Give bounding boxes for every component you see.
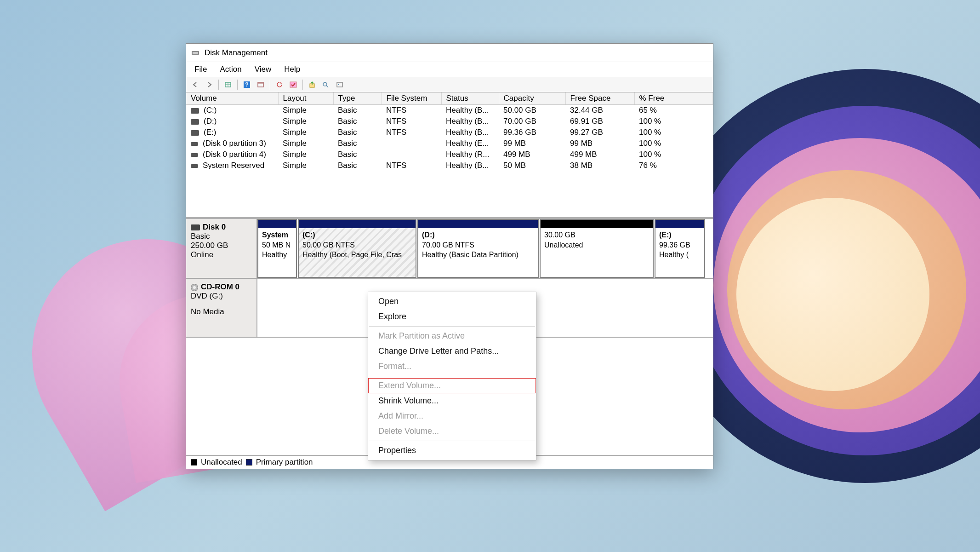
- partition-c[interactable]: (C:)50.00 GB NTFSHealthy (Boot, Page Fil…: [298, 219, 416, 278]
- check-icon[interactable]: [287, 79, 300, 91]
- svg-rect-1: [193, 52, 198, 54]
- partition-system[interactable]: System50 MB NHealthy: [257, 219, 297, 278]
- menu-delete-volume-: Delete Volume...: [368, 424, 536, 439]
- menu-view[interactable]: View: [249, 63, 277, 75]
- volume-icon: [191, 142, 198, 146]
- back-button[interactable]: [189, 79, 202, 91]
- col-volume[interactable]: Volume: [186, 92, 278, 105]
- refresh-icon[interactable]: [273, 79, 286, 91]
- volume-icon: [191, 153, 198, 157]
- disk0-type: Basic: [191, 232, 252, 241]
- calendar-icon[interactable]: [254, 79, 267, 91]
- legend-primary: Primary partition: [256, 458, 313, 467]
- svg-rect-14: [338, 84, 339, 85]
- col-freespace[interactable]: Free Space: [565, 92, 634, 105]
- col-type[interactable]: Type: [333, 92, 382, 105]
- app-icon: [191, 48, 200, 58]
- col-layout[interactable]: Layout: [278, 92, 333, 105]
- titlebar[interactable]: Disk Management: [186, 44, 713, 62]
- cdrom-icon: [191, 284, 198, 291]
- col-status[interactable]: Status: [441, 92, 499, 105]
- menu-file[interactable]: File: [189, 63, 212, 75]
- disk0-info[interactable]: Disk 0 Basic 250.00 GB Online: [186, 219, 257, 278]
- cdrom-state: No Media: [191, 307, 252, 316]
- disk0-size: 250.00 GB: [191, 241, 252, 250]
- svg-rect-7: [258, 82, 263, 87]
- export-icon[interactable]: [306, 79, 319, 91]
- legend-swatch-primary: [246, 459, 252, 466]
- settings-icon[interactable]: [333, 79, 346, 91]
- partition-d[interactable]: (D:)70.00 GB NTFSHealthy (Basic Data Par…: [417, 219, 539, 278]
- col-capacity[interactable]: Capacity: [499, 92, 565, 105]
- menubar: File Action View Help: [186, 62, 713, 77]
- table-row[interactable]: (Disk 0 partition 3)SimpleBasicHealthy (…: [186, 138, 713, 149]
- column-headers[interactable]: Volume Layout Type File System Status Ca…: [186, 92, 713, 105]
- disk-row-disk0[interactable]: Disk 0 Basic 250.00 GB Online System50 M…: [186, 219, 713, 279]
- legend-unallocated: Unallocated: [201, 458, 242, 467]
- svg-text:?: ?: [245, 81, 248, 88]
- menu-add-mirror-: Add Mirror...: [368, 408, 536, 424]
- menu-action[interactable]: Action: [214, 63, 247, 75]
- cdrom-info[interactable]: CD-ROM 0 DVD (G:) No Media: [186, 279, 257, 337]
- grid-icon[interactable]: [222, 79, 234, 91]
- menu-mark-partition-as-active: Mark Partition as Active: [368, 328, 536, 344]
- svg-rect-9: [290, 82, 296, 87]
- legend-swatch-unallocated: [191, 459, 197, 466]
- table-row[interactable]: (D:)SimpleBasicNTFSHealthy (B...70.00 GB…: [186, 116, 713, 127]
- cdrom-sub: DVD (G:): [191, 292, 252, 301]
- partition-e[interactable]: (E:)99.36 GBHealthy (: [655, 219, 705, 278]
- disk0-label: Disk 0: [203, 223, 226, 231]
- disk-icon: [191, 224, 200, 230]
- window-title: Disk Management: [205, 48, 268, 58]
- menu-shrink-volume-[interactable]: Shrink Volume...: [368, 393, 536, 408]
- menu-format-: Format...: [368, 359, 536, 374]
- col-filesystem[interactable]: File System: [382, 92, 441, 105]
- partition-unallocated[interactable]: 30.00 GBUnallocated: [540, 219, 654, 278]
- context-menu[interactable]: OpenExploreMark Partition as ActiveChang…: [368, 292, 536, 460]
- disk0-partitions: System50 MB NHealthy(C:)50.00 GB NTFSHea…: [257, 219, 713, 278]
- menu-change-drive-letter-and-paths-[interactable]: Change Drive Letter and Paths...: [368, 344, 536, 359]
- col-pctfree[interactable]: % Free: [634, 92, 713, 105]
- cdrom-label: CD-ROM 0: [201, 282, 239, 291]
- forward-button[interactable]: [203, 79, 216, 91]
- search-icon[interactable]: [319, 79, 332, 91]
- menu-properties[interactable]: Properties: [368, 443, 536, 458]
- menu-extend-volume-: Extend Volume...: [368, 378, 536, 393]
- volume-icon: [191, 130, 199, 136]
- volume-icon: [191, 108, 199, 114]
- menu-help[interactable]: Help: [279, 63, 306, 75]
- toolbar: ?: [186, 77, 713, 92]
- svg-line-12: [326, 86, 328, 87]
- svg-rect-13: [337, 82, 342, 87]
- table-row[interactable]: (Disk 0 partition 4)SimpleBasicHealthy (…: [186, 149, 713, 160]
- table-row[interactable]: (E:)SimpleBasicNTFSHealthy (B...99.36 GB…: [186, 127, 713, 138]
- volume-icon: [191, 164, 198, 168]
- table-row[interactable]: (C:)SimpleBasicNTFSHealthy (B...50.00 GB…: [186, 105, 713, 116]
- menu-open[interactable]: Open: [368, 294, 536, 309]
- help-icon[interactable]: ?: [240, 79, 253, 91]
- disk0-state: Online: [191, 250, 252, 259]
- menu-explore[interactable]: Explore: [368, 309, 536, 324]
- table-row[interactable]: System ReservedSimpleBasicNTFSHealthy (B…: [186, 160, 713, 171]
- volume-list: Volume Layout Type File System Status Ca…: [186, 92, 713, 218]
- volume-icon: [191, 119, 199, 125]
- svg-point-11: [323, 82, 327, 86]
